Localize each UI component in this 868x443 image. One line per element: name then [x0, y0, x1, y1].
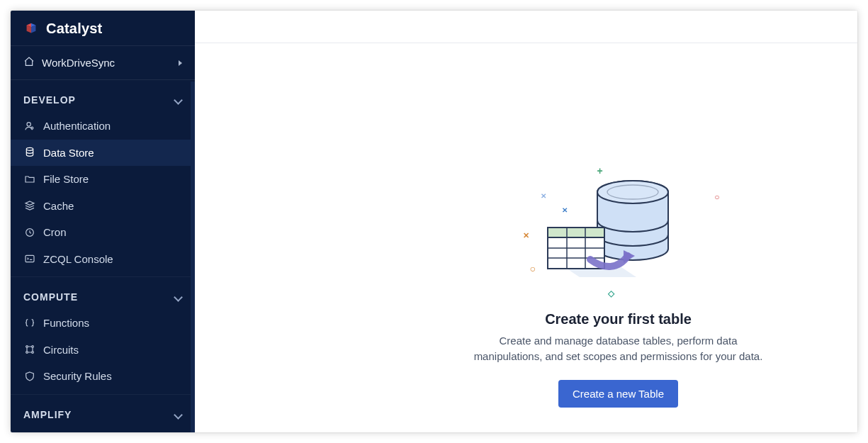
empty-state-illustration: + ✕ ✕ ✕ ○ ○ ◇ [530, 171, 707, 298]
section-header-compute[interactable]: COMPUTE [11, 277, 195, 310]
project-selector[interactable]: WorkDriveSync [11, 46, 195, 80]
nav-label: Authentication [43, 119, 111, 133]
empty-state: + ✕ ✕ ✕ ○ ○ ◇ [195, 43, 857, 432]
empty-state-description: Create and manage database tables, perfo… [470, 333, 767, 364]
nav-file-store[interactable]: File Store [11, 166, 195, 193]
nav-label: Data Store [43, 146, 94, 160]
user-icon [23, 120, 36, 133]
app-frame: Catalyst WorkDriveSync DEVELOP Aut [11, 11, 857, 432]
nav-functions[interactable]: Functions [11, 310, 195, 337]
section-header-develop[interactable]: DEVELOP [11, 80, 195, 113]
chevron-down-icon [174, 410, 182, 419]
console-icon [23, 252, 36, 265]
brand: Catalyst [11, 11, 195, 46]
svg-point-6 [32, 346, 34, 348]
x-deco-icon: ✕ [523, 231, 529, 240]
svg-point-0 [27, 122, 30, 125]
shield-icon [23, 370, 36, 383]
circle-deco-icon: ○ [714, 192, 719, 202]
nav-security-rules[interactable]: Security Rules [11, 363, 195, 390]
circuits-icon [23, 343, 36, 356]
folder-icon [23, 173, 36, 186]
nav-label: Cache [43, 199, 74, 213]
diamond-deco-icon: ◇ [608, 288, 614, 298]
circle-deco-icon: ○ [530, 263, 536, 274]
brand-name: Catalyst [46, 21, 102, 37]
home-icon [23, 56, 35, 69]
svg-rect-13 [548, 228, 604, 237]
database-icon [23, 146, 36, 159]
svg-rect-4 [26, 256, 34, 262]
nav-label: Security Rules [43, 369, 112, 383]
braces-icon [23, 317, 36, 330]
nav-data-store[interactable]: Data Store [11, 140, 195, 167]
caret-right-icon [179, 60, 182, 66]
svg-point-1 [31, 127, 33, 129]
nav-label: ZCQL Console [43, 252, 113, 267]
nav-circuits[interactable]: Circuits [11, 337, 195, 364]
section-header-amplify[interactable]: AMPLIFY [11, 395, 195, 427]
chevron-down-icon [174, 96, 182, 104]
topbar [195, 11, 857, 43]
nav-label: File Store [43, 172, 89, 186]
nav-authentication[interactable]: Authentication [11, 113, 195, 140]
main-panel: + ✕ ✕ ✕ ○ ○ ◇ [195, 11, 857, 432]
section-label: COMPUTE [23, 291, 78, 303]
svg-point-8 [32, 352, 34, 354]
chevron-down-icon [174, 293, 182, 301]
plus-deco-icon: + [597, 165, 603, 176]
sidebar: Catalyst WorkDriveSync DEVELOP Aut [11, 11, 195, 432]
nav-cron[interactable]: Cron [11, 219, 195, 246]
create-table-button[interactable]: Create a new Table [558, 380, 678, 408]
section-label: AMPLIFY [23, 409, 72, 420]
svg-point-7 [26, 352, 28, 354]
nav-label: Cron [43, 225, 67, 240]
svg-point-2 [26, 148, 33, 151]
svg-point-5 [26, 346, 28, 348]
clock-icon [23, 226, 36, 239]
layers-icon [23, 199, 36, 212]
project-name: WorkDriveSync [42, 57, 115, 69]
section-label: DEVELOP [23, 94, 76, 106]
catalyst-logo-icon [23, 21, 39, 37]
nav-label: Circuits [43, 343, 79, 357]
nav-zcql-console[interactable]: ZCQL Console [11, 246, 195, 273]
empty-state-title: Create your first table [545, 311, 692, 327]
nav-cache[interactable]: Cache [11, 193, 195, 220]
database-table-illustration-icon [530, 171, 707, 298]
x-deco-icon: ✕ [562, 206, 568, 214]
x-deco-icon: ✕ [541, 192, 546, 200]
nav-label: Functions [43, 316, 89, 330]
svg-point-10 [597, 181, 668, 203]
